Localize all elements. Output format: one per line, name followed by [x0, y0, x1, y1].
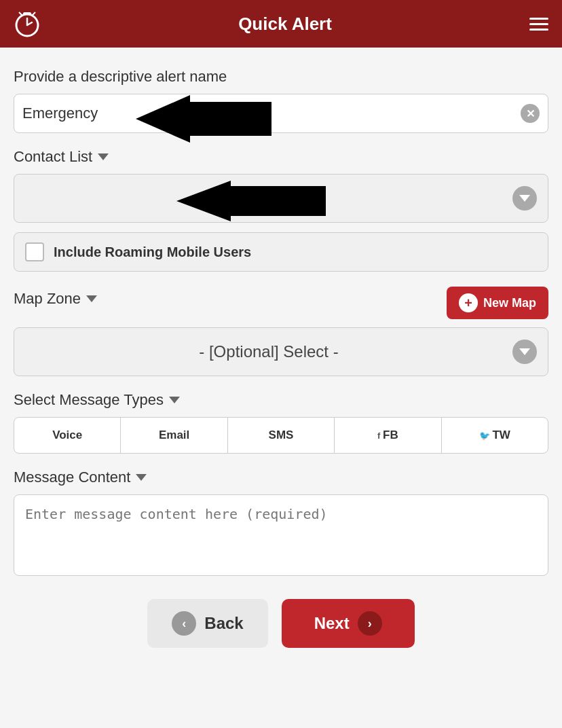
- plus-icon: +: [459, 293, 478, 312]
- next-button[interactable]: Next ›: [282, 599, 415, 648]
- map-zone-select[interactable]: - [Optional] Select -: [14, 327, 548, 376]
- roaming-label: Include Roaming Mobile Users: [54, 244, 251, 260]
- contact-list-arrow-icon: [98, 153, 109, 160]
- roaming-checkbox[interactable]: [25, 242, 44, 261]
- message-type-sms[interactable]: SMS: [228, 418, 335, 453]
- new-map-button[interactable]: + New Map: [447, 287, 548, 319]
- alert-name-input-wrapper: ✕: [14, 94, 548, 133]
- new-map-label: New Map: [483, 296, 536, 310]
- svg-rect-3: [23, 12, 31, 15]
- alert-name-label: Provide a descriptive alert name: [14, 68, 548, 86]
- svg-line-4: [19, 12, 22, 15]
- back-label: Back: [204, 614, 243, 633]
- menu-button[interactable]: [529, 18, 548, 31]
- logo-icon: [14, 10, 41, 37]
- map-zone-label: Map Zone: [14, 290, 97, 308]
- svg-line-5: [33, 12, 35, 15]
- message-types-grid: Voice Email SMS f FB 🐦 TW: [14, 417, 548, 454]
- message-type-email[interactable]: Email: [121, 418, 227, 453]
- message-content-input[interactable]: [14, 494, 548, 576]
- next-label: Next: [314, 614, 350, 633]
- contact-list-placeholder: - Select -: [25, 189, 512, 208]
- map-zone-placeholder: - [Optional] Select -: [25, 342, 512, 361]
- message-content-label: Message Content: [14, 469, 548, 486]
- message-types-arrow-icon: [169, 397, 180, 403]
- map-zone-dropdown-icon: [512, 340, 537, 364]
- back-icon: ‹: [172, 611, 196, 636]
- clear-input-button[interactable]: ✕: [521, 104, 540, 123]
- back-button[interactable]: ‹ Back: [147, 599, 267, 648]
- contact-list-select[interactable]: - Select -: [14, 174, 548, 223]
- alert-name-input[interactable]: [22, 105, 521, 122]
- clear-icon: ✕: [521, 104, 540, 123]
- message-type-twitter[interactable]: 🐦 TW: [442, 418, 548, 453]
- roaming-users-row: Include Roaming Mobile Users: [14, 232, 548, 272]
- message-type-facebook[interactable]: f FB: [335, 418, 441, 453]
- map-zone-row: Map Zone + New Map: [14, 287, 548, 319]
- navigation-buttons: ‹ Back Next ›: [14, 599, 548, 661]
- main-content: Provide a descriptive alert name ✕ Conta…: [0, 48, 562, 675]
- message-content-arrow-icon: [136, 474, 147, 481]
- message-types-label: Select Message Types: [14, 391, 548, 409]
- contact-list-dropdown-icon: [512, 186, 537, 211]
- next-icon: ›: [358, 611, 382, 636]
- map-zone-arrow-icon: [86, 295, 97, 302]
- message-type-voice[interactable]: Voice: [14, 418, 121, 453]
- app-title: Quick Alert: [238, 14, 332, 35]
- contact-list-label: Contact List: [14, 148, 548, 166]
- app-header: Quick Alert: [0, 0, 562, 48]
